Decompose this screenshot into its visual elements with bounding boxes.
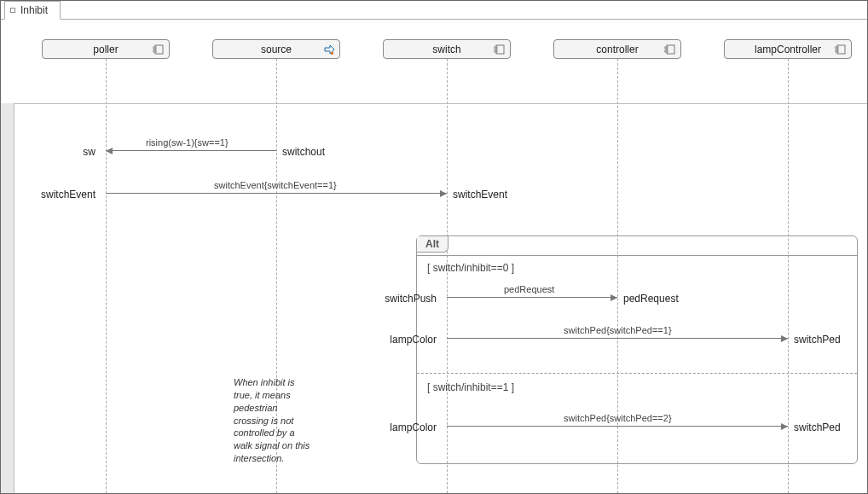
- alt-operand-sep: [417, 373, 857, 374]
- tab-inhibit[interactable]: Inhibit: [4, 1, 61, 20]
- alt-header-sep: [417, 255, 857, 256]
- arrowhead-right-icon: [781, 423, 788, 430]
- port-label-switchpush: switchPush: [385, 293, 437, 305]
- lifeline-head-controller[interactable]: controller: [553, 39, 681, 59]
- port-label-switchevent-from: switchEvent: [41, 189, 95, 201]
- lifeline-label: switch: [432, 44, 460, 55]
- svg-rect-4: [331, 52, 333, 55]
- lifeline-head-source[interactable]: source: [212, 39, 340, 59]
- message-label: switchPed{switchPed==1}: [564, 325, 672, 335]
- message-label: pedRequest: [504, 284, 554, 294]
- svg-rect-13: [836, 50, 838, 52]
- arrowhead-right-icon: [610, 294, 617, 301]
- port-label-switchped-1: switchPed: [794, 334, 841, 346]
- svg-rect-10: [665, 50, 668, 52]
- alt-guard-2: [ switch/inhibit==1 ]: [427, 381, 514, 393]
- port-label-switchevent-to: switchEvent: [453, 189, 507, 201]
- note-inhibit: When inhibit is true, it means pedestria…: [234, 376, 310, 465]
- svg-rect-6: [495, 47, 497, 49]
- svg-rect-7: [495, 50, 497, 52]
- alt-guard-1: [ switch/inhibit==0 ]: [427, 262, 514, 274]
- svg-rect-2: [153, 50, 156, 52]
- lifeline-label: poller: [93, 44, 118, 55]
- lifeline-head-switch[interactable]: switch: [383, 39, 511, 59]
- message-label: rising(sw-1){sw==1}: [146, 137, 229, 148]
- alt-header: Alt: [417, 236, 448, 253]
- message-switchped-2[interactable]: [447, 426, 788, 427]
- message-switchevent[interactable]: [106, 193, 447, 194]
- svg-rect-9: [665, 47, 668, 49]
- svg-rect-12: [836, 47, 838, 49]
- arrow-block-icon: [323, 44, 335, 55]
- svg-rect-1: [153, 47, 156, 49]
- tab-bar: Inhibit: [1, 1, 867, 20]
- message-switchped-1[interactable]: [447, 338, 788, 339]
- lifeline-label: controller: [596, 44, 638, 55]
- component-icon: [664, 44, 676, 55]
- message-label: switchPed{switchPed==2}: [564, 413, 672, 423]
- port-label-lampcolor-2: lampColor: [390, 421, 437, 433]
- component-icon: [835, 44, 847, 55]
- component-icon: [153, 44, 165, 55]
- component-icon: [494, 44, 506, 55]
- alt-fragment[interactable]: Alt [ switch/inhibit==0 ] [ switch/inhib…: [416, 235, 858, 464]
- lifeline-label: source: [261, 44, 292, 55]
- lifeline-poller: [106, 59, 107, 493]
- lifeline-label: lampController: [755, 44, 821, 55]
- port-label-switchout: switchout: [282, 146, 325, 158]
- port-label-pedrequest: pedRequest: [623, 293, 679, 305]
- arrowhead-right-icon: [781, 335, 788, 342]
- lifeline-head-lampcontroller[interactable]: lampController: [724, 39, 852, 59]
- port-label-lampcolor-1: lampColor: [390, 334, 437, 346]
- port-label-sw: sw: [83, 146, 95, 158]
- message-rising[interactable]: [106, 150, 276, 151]
- arrowhead-right-icon: [440, 190, 447, 197]
- lifeline-head-poller[interactable]: poller: [42, 39, 170, 59]
- body-separator: [1, 103, 867, 104]
- left-gutter: [1, 103, 14, 493]
- arrowhead-left-icon: [106, 148, 113, 154]
- tab-indicator-icon: [10, 8, 15, 13]
- tab-label: Inhibit: [20, 4, 48, 16]
- message-pedrequest[interactable]: [447, 297, 617, 298]
- diagram-frame: Inhibit poller source switch controller …: [0, 0, 868, 494]
- port-label-switchped-2: switchPed: [794, 421, 841, 433]
- message-label: switchEvent{switchEvent==1}: [214, 180, 337, 190]
